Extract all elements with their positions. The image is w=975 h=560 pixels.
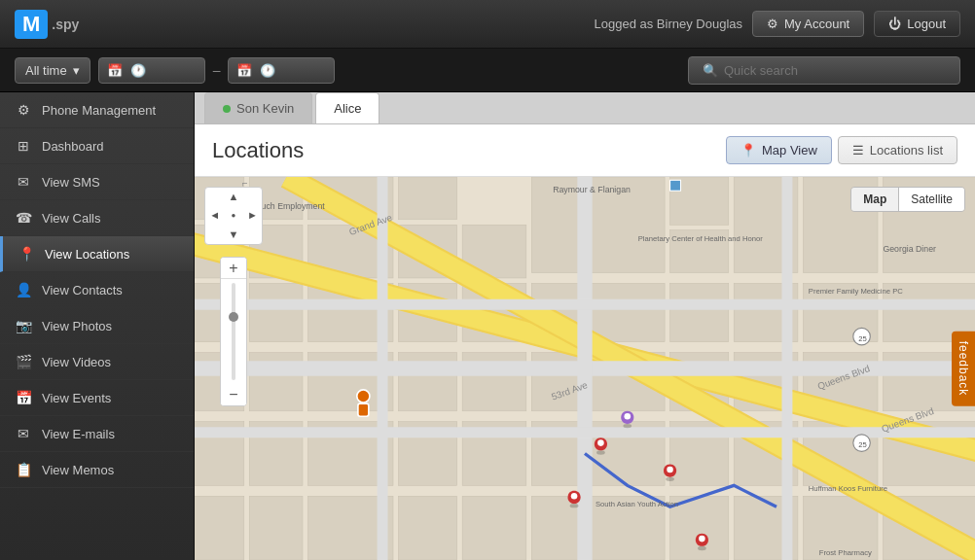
sidebar: ⚙ Phone Management ⊞ Dashboard ✉ View SM… xyxy=(0,92,195,560)
locations-list-button[interactable]: ☰ Locations list xyxy=(838,136,957,164)
locations-list-label: Locations list xyxy=(870,143,943,158)
sidebar-item-view-locations[interactable]: 📍 View Locations xyxy=(0,236,194,272)
zoom-in-button[interactable]: + xyxy=(221,258,246,279)
logout-label: Logout xyxy=(907,17,946,31)
tabs-bar: Son Kevin Alice xyxy=(195,92,975,124)
toolbar: All time ▾ 📅 🕐 – 📅 🕐 🔍 xyxy=(0,49,975,92)
svg-text:Raymour & Flanigan: Raymour & Flanigan xyxy=(553,185,631,194)
sidebar-item-view-contacts[interactable]: 👤 View Contacts xyxy=(0,272,194,308)
svg-point-74 xyxy=(699,536,705,542)
phone-management-icon: ⚙ xyxy=(15,102,32,118)
dashboard-icon: ⊞ xyxy=(15,138,32,154)
svg-rect-24 xyxy=(670,283,729,341)
videos-icon: 🎬 xyxy=(15,354,32,369)
svg-rect-51 xyxy=(249,496,303,560)
nav-cross[interactable]: ▲ ◄ ● ► ▼ xyxy=(204,187,263,245)
main-layout: ⚙ Phone Management ⊞ Dashboard ✉ View SM… xyxy=(0,92,975,560)
gear-icon: ⚙ xyxy=(767,17,778,31)
nav-center-button[interactable]: ● xyxy=(230,210,238,222)
sidebar-item-view-videos[interactable]: 🎬 View Videos xyxy=(0,344,194,380)
map-view-button[interactable]: 📍 Map View xyxy=(726,136,832,164)
sidebar-item-label: View Memos xyxy=(42,463,114,477)
svg-text:25: 25 xyxy=(858,440,867,449)
sidebar-item-label: View Videos xyxy=(42,355,111,369)
logo: M .spy xyxy=(15,10,79,39)
svg-point-68 xyxy=(597,439,604,446)
clock-icon2: 🕐 xyxy=(260,63,275,78)
map-container[interactable]: Grand Ave 53rd Ave Queens Blvd Queens Bl… xyxy=(195,177,975,560)
tab-son-kevin-label: Son Kevin xyxy=(236,101,294,116)
quick-search-container[interactable]: 🔍 xyxy=(688,56,960,85)
header: M .spy Logged as Birney Douglas ⚙ My Acc… xyxy=(0,0,975,49)
sidebar-item-label: View Locations xyxy=(45,247,129,262)
sidebar-item-view-events[interactable]: 📅 View Events xyxy=(0,380,194,416)
time-select-label: All time xyxy=(25,63,67,78)
photos-icon: 📷 xyxy=(15,318,32,333)
sidebar-item-phone-management[interactable]: ⚙ Phone Management xyxy=(0,92,194,128)
list-icon: ☰ xyxy=(852,143,864,158)
nav-up-button[interactable]: ▲ xyxy=(227,190,241,204)
sidebar-item-label: View Events xyxy=(42,391,111,405)
tab-dot-icon xyxy=(223,105,231,113)
date-to-input[interactable]: 📅 🕐 xyxy=(228,57,335,84)
svg-point-66 xyxy=(624,413,631,420)
svg-rect-4 xyxy=(398,177,456,220)
tab-alice-label: Alice xyxy=(334,101,361,116)
nav-right-button[interactable]: ► xyxy=(245,208,260,223)
sidebar-item-label: View Calls xyxy=(42,211,100,226)
sidebar-item-view-emails[interactable]: ✉ View E-mails xyxy=(0,416,194,452)
nav-left-button[interactable]: ◄ xyxy=(207,208,222,223)
sidebar-item-label: Dashboard xyxy=(42,139,104,154)
zoom-out-button[interactable]: − xyxy=(221,384,246,405)
svg-rect-91 xyxy=(670,180,681,191)
map-type-buttons: Map Satellite xyxy=(850,187,965,212)
date-from-input[interactable]: 📅 🕐 xyxy=(98,57,205,84)
svg-rect-57 xyxy=(670,496,729,560)
header-right: Logged as Birney Douglas ⚙ My Account ⏻ … xyxy=(595,11,960,37)
logo-spy-text: .spy xyxy=(52,17,79,32)
svg-text:South Asian Youth Action: South Asian Youth Action xyxy=(596,500,678,508)
time-select[interactable]: All time ▾ xyxy=(15,57,90,84)
svg-point-72 xyxy=(571,493,578,500)
clock-icon: 🕐 xyxy=(130,63,146,78)
svg-point-69 xyxy=(666,477,674,481)
chevron-down-icon: ▾ xyxy=(73,63,80,78)
sidebar-item-dashboard[interactable]: ⊞ Dashboard xyxy=(0,128,194,164)
search-icon: 🔍 xyxy=(703,63,718,78)
logout-button[interactable]: ⏻ Logout xyxy=(874,11,960,37)
quick-search-input[interactable] xyxy=(724,63,946,78)
svg-rect-53 xyxy=(398,496,456,560)
svg-text:Premier Family Medicine PC: Premier Family Medicine PC xyxy=(809,287,903,296)
logged-as-text: Logged as Birney Douglas xyxy=(595,17,743,31)
svg-text:Huffman Koos Furniture: Huffman Koos Furniture xyxy=(809,484,887,493)
tab-son-kevin[interactable]: Son Kevin xyxy=(204,92,312,123)
date-separator: – xyxy=(213,62,221,78)
emails-icon: ✉ xyxy=(15,426,32,441)
sidebar-item-view-memos[interactable]: 📋 View Memos xyxy=(0,452,194,488)
map-type-satellite-button[interactable]: Satellite xyxy=(899,188,964,211)
svg-rect-54 xyxy=(462,496,526,560)
tab-alice[interactable]: Alice xyxy=(315,92,379,123)
svg-point-73 xyxy=(698,546,706,550)
map-controls: ▲ ◄ ● ► ▼ + − xyxy=(204,187,263,406)
map-type-map-button[interactable]: Map xyxy=(851,188,899,211)
nav-down-button[interactable]: ▼ xyxy=(227,228,241,242)
feedback-tab[interactable]: feedback xyxy=(952,332,975,406)
sidebar-item-view-calls[interactable]: ☎ View Calls xyxy=(0,200,194,236)
my-account-button[interactable]: ⚙ My Account xyxy=(752,11,864,37)
svg-text:Georgia Diner: Georgia Diner xyxy=(883,244,936,254)
svg-point-70 xyxy=(667,467,673,473)
svg-text:Frost Pharmacy: Frost Pharmacy xyxy=(819,548,872,557)
svg-text:25: 25 xyxy=(858,334,867,343)
zoom-handle xyxy=(229,312,238,322)
locations-title: Locations xyxy=(212,138,304,163)
zoom-slider[interactable] xyxy=(232,283,235,380)
calls-icon: ☎ xyxy=(15,210,32,226)
sidebar-item-label: View SMS xyxy=(42,175,100,190)
svg-text:Planetary Center of Health and: Planetary Center of Health and Honor xyxy=(638,234,764,243)
memos-icon: 📋 xyxy=(15,462,32,477)
sidebar-item-view-photos[interactable]: 📷 View Photos xyxy=(0,308,194,344)
sidebar-item-label: Phone Management xyxy=(42,103,156,118)
sidebar-item-view-sms[interactable]: ✉ View SMS xyxy=(0,164,194,200)
power-icon: ⏻ xyxy=(888,17,901,31)
